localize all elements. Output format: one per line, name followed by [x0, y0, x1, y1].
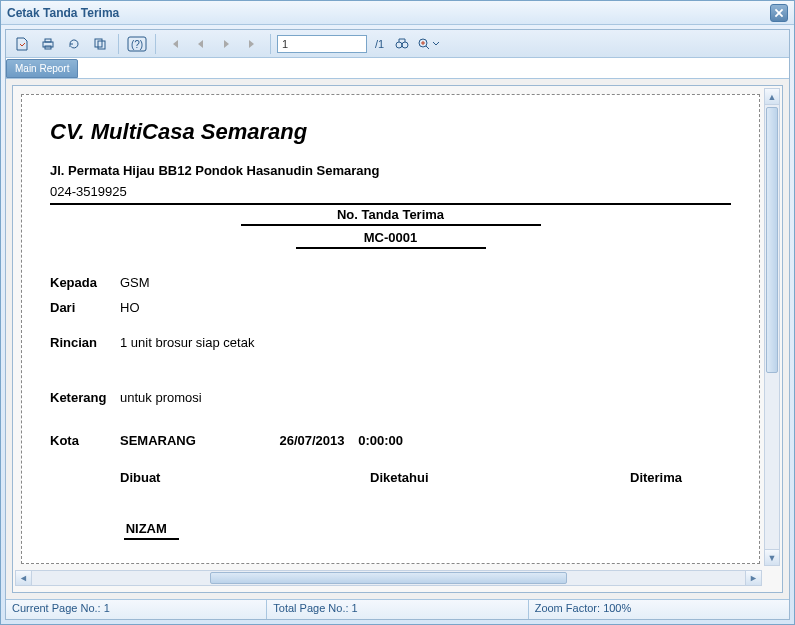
zoom-button[interactable] — [416, 33, 440, 55]
titlebar: Cetak Tanda Terima — [1, 1, 794, 25]
scroll-thumb[interactable] — [766, 107, 778, 373]
label-rincian: Rincian — [50, 335, 120, 350]
horizontal-scrollbar[interactable]: ◄ ► — [15, 570, 762, 586]
close-icon — [771, 5, 787, 21]
tabstrip: Main Report — [6, 58, 789, 78]
status-zoom-value: 100% — [603, 602, 631, 614]
label-keterang: Keterang — [50, 390, 120, 405]
print-button[interactable] — [36, 33, 60, 55]
svg-point-7 — [396, 42, 402, 48]
tab-main-report[interactable]: Main Report — [6, 59, 78, 78]
viewer-area: CV. MultiCasa Semarang Jl. Permata Hijau… — [6, 78, 789, 599]
viewer-frame: (?) /1 — [5, 29, 790, 620]
row-dari: Dari HO — [50, 300, 731, 315]
toolbar-separator — [118, 34, 119, 54]
page-total-label: /1 — [375, 38, 384, 50]
label-dari: Dari — [50, 300, 120, 315]
scroll-left-arrow[interactable]: ◄ — [16, 571, 32, 585]
vertical-scrollbar[interactable]: ▲ ▼ — [764, 88, 780, 566]
value-kota: SEMARANG 26/07/2013 0:00:00 — [120, 433, 731, 448]
first-page-icon — [168, 38, 180, 50]
underline — [296, 247, 486, 249]
sig-diketahui: Diketahui — [370, 470, 630, 485]
first-page-button[interactable] — [162, 33, 186, 55]
company-address: Jl. Permata Hijau BB12 Pondok Hasanudin … — [50, 163, 731, 178]
refresh-icon — [66, 36, 82, 52]
page-number-input[interactable] — [277, 35, 367, 53]
receipt-no-value: MC-0001 — [50, 230, 731, 245]
print-icon — [40, 36, 56, 52]
scroll-right-arrow[interactable]: ► — [745, 571, 761, 585]
find-button[interactable] — [390, 33, 414, 55]
fields-block: Kepada GSM Dari HO Rincian 1 unit brosur… — [50, 275, 731, 448]
scroll-down-arrow[interactable]: ▼ — [765, 549, 779, 565]
scroll-track[interactable] — [765, 105, 779, 549]
status-total-page-label: Total Page No.: — [273, 602, 351, 614]
toolbar-separator — [155, 34, 156, 54]
last-page-icon — [246, 38, 258, 50]
label-kepada: Kepada — [50, 275, 120, 290]
report-page: CV. MultiCasa Semarang Jl. Permata Hijau… — [21, 94, 760, 564]
svg-point-8 — [402, 42, 408, 48]
receipt-no-label: No. Tanda Terima — [50, 207, 731, 222]
prev-page-button[interactable] — [188, 33, 212, 55]
toggle-tree-button[interactable]: (?) — [125, 33, 149, 55]
status-zoom-label: Zoom Factor: — [535, 602, 603, 614]
toolbar: (?) /1 — [6, 30, 789, 58]
chevron-down-icon — [432, 40, 440, 48]
sig-dibuat: Dibuat — [120, 470, 370, 485]
status-total-page-value: 1 — [352, 602, 358, 614]
help-icon: (?) — [127, 36, 147, 52]
window: Cetak Tanda Terima (?) — [0, 0, 795, 625]
refresh-button[interactable] — [62, 33, 86, 55]
svg-rect-1 — [45, 39, 51, 42]
value-rincian: 1 unit brosur siap cetak — [120, 335, 731, 350]
window-title: Cetak Tanda Terima — [7, 6, 119, 20]
row-keterang: Keterang untuk promosi — [50, 390, 731, 405]
value-keterang: untuk promosi — [120, 390, 731, 405]
next-page-icon — [220, 38, 232, 50]
status-current-page-label: Current Page No.: — [12, 602, 104, 614]
value-kepada: GSM — [120, 275, 731, 290]
status-total-page: Total Page No.: 1 — [267, 600, 528, 619]
value-dari: HO — [120, 300, 731, 315]
copy-button[interactable] — [88, 33, 112, 55]
kota-name: SEMARANG — [120, 433, 196, 448]
scroll-track[interactable] — [32, 571, 745, 585]
status-current-page-value: 1 — [104, 602, 110, 614]
company-name: CV. MultiCasa Semarang — [50, 119, 731, 145]
next-page-button[interactable] — [214, 33, 238, 55]
last-page-button[interactable] — [240, 33, 264, 55]
viewer-border: CV. MultiCasa Semarang Jl. Permata Hijau… — [12, 85, 783, 593]
sig-name-value: NIZAM — [124, 521, 179, 540]
signature-row: Dibuat Diketahui Diterima — [50, 470, 731, 485]
scroll-up-arrow[interactable]: ▲ — [765, 89, 779, 105]
status-zoom: Zoom Factor: 100% — [529, 600, 789, 619]
signature-name-row: NIZAM — [50, 521, 731, 540]
binoculars-icon — [394, 36, 410, 52]
export-icon — [14, 36, 30, 52]
underline — [241, 224, 541, 226]
kota-date: 26/07/2013 — [279, 433, 344, 448]
row-rincian: Rincian 1 unit brosur siap cetak — [50, 335, 731, 350]
close-button[interactable] — [770, 4, 788, 22]
row-kota: Kota SEMARANG 26/07/2013 0:00:00 — [50, 433, 731, 448]
sig-diterima: Diterima — [630, 470, 731, 485]
statusbar: Current Page No.: 1 Total Page No.: 1 Zo… — [6, 599, 789, 619]
row-kepada: Kepada GSM — [50, 275, 731, 290]
export-button[interactable] — [10, 33, 34, 55]
company-phone: 024-3519925 — [50, 184, 731, 199]
label-kota: Kota — [50, 433, 120, 448]
prev-page-icon — [194, 38, 206, 50]
kota-time: 0:00:00 — [358, 433, 403, 448]
status-current-page: Current Page No.: 1 — [6, 600, 267, 619]
divider — [50, 203, 731, 205]
scroll-thumb[interactable] — [210, 572, 567, 584]
copy-icon — [92, 36, 108, 52]
toolbar-separator — [270, 34, 271, 54]
zoom-icon — [417, 37, 430, 51]
svg-text:(?): (?) — [131, 39, 143, 50]
